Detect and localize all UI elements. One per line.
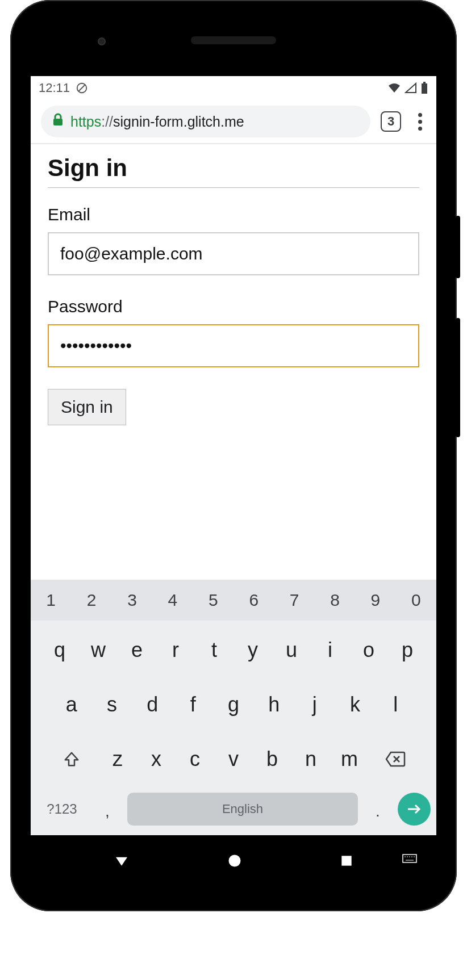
- enter-key[interactable]: [398, 793, 431, 826]
- cellular-signal-icon: [405, 82, 417, 94]
- tab-count-label: 3: [387, 114, 394, 129]
- key-0[interactable]: 0: [396, 580, 436, 621]
- key-7[interactable]: 7: [274, 580, 314, 621]
- key-s[interactable]: s: [94, 680, 130, 730]
- nav-keyboard-switcher-icon[interactable]: [402, 854, 417, 868]
- svg-line-1: [79, 85, 85, 91]
- key-i[interactable]: i: [313, 625, 347, 675]
- key-9[interactable]: 9: [355, 580, 395, 621]
- android-nav-bar: [31, 841, 436, 881]
- nav-back-button[interactable]: [113, 852, 130, 869]
- key-t[interactable]: t: [197, 625, 231, 675]
- tab-switcher-button[interactable]: 3: [381, 111, 401, 132]
- address-bar[interactable]: https://signin-form.glitch.me: [41, 106, 370, 137]
- svg-rect-10: [403, 855, 416, 862]
- keyboard-row-1: qwertyuiop: [31, 621, 436, 675]
- phone-bezel: 12:11: [18, 8, 449, 903]
- status-left: 12:11: [39, 81, 88, 95]
- key-h[interactable]: h: [256, 680, 292, 730]
- divider: [48, 187, 419, 188]
- lock-icon: [52, 113, 64, 130]
- browser-toolbar: https://signin-form.glitch.me 3: [31, 100, 436, 144]
- keyboard-bottom-row: ?123 , English .: [31, 784, 436, 831]
- key-l[interactable]: l: [378, 680, 414, 730]
- key-g[interactable]: g: [215, 680, 251, 730]
- password-label: Password: [48, 297, 419, 316]
- key-f[interactable]: f: [175, 680, 211, 730]
- key-4[interactable]: 4: [152, 580, 193, 621]
- url-text: https://signin-form.glitch.me: [70, 114, 244, 130]
- key-2[interactable]: 2: [71, 580, 111, 621]
- menu-dot: [418, 127, 422, 131]
- key-v[interactable]: v: [216, 734, 251, 784]
- key-k[interactable]: k: [337, 680, 373, 730]
- period-key[interactable]: .: [364, 790, 392, 828]
- key-p[interactable]: p: [390, 625, 424, 675]
- key-b[interactable]: b: [255, 734, 289, 784]
- wifi-icon: [387, 82, 401, 94]
- keyboard-number-row: 1234567890: [31, 580, 436, 621]
- shift-key[interactable]: [47, 734, 96, 784]
- email-label: Email: [48, 205, 419, 224]
- status-right: [387, 82, 428, 94]
- key-a[interactable]: a: [53, 680, 89, 730]
- key-x[interactable]: x: [139, 734, 173, 784]
- status-bar: 12:11: [31, 76, 436, 100]
- key-u[interactable]: u: [274, 625, 308, 675]
- svg-rect-4: [53, 119, 62, 125]
- svg-rect-3: [423, 82, 426, 83]
- url-host: signin-form.glitch.me: [113, 114, 244, 129]
- key-r[interactable]: r: [159, 625, 193, 675]
- key-n[interactable]: n: [294, 734, 328, 784]
- svg-rect-2: [422, 83, 427, 94]
- phone-side-button: [456, 318, 460, 437]
- screen: 12:11: [31, 76, 436, 835]
- key-6[interactable]: 6: [234, 580, 274, 621]
- battery-icon: [420, 82, 428, 94]
- sign-in-button[interactable]: Sign in: [48, 389, 126, 425]
- menu-dot: [418, 113, 422, 117]
- key-3[interactable]: 3: [112, 580, 152, 621]
- key-5[interactable]: 5: [193, 580, 234, 621]
- password-field[interactable]: [48, 324, 419, 367]
- svg-point-8: [229, 855, 241, 867]
- key-j[interactable]: j: [297, 680, 332, 730]
- keyboard-row-2: asdfghjkl: [31, 675, 436, 730]
- key-c[interactable]: c: [178, 734, 212, 784]
- key-o[interactable]: o: [352, 625, 386, 675]
- spacebar-key[interactable]: English: [127, 793, 358, 826]
- page-title: Sign in: [48, 154, 419, 182]
- key-q[interactable]: q: [43, 625, 77, 675]
- nav-recents-button[interactable]: [339, 853, 354, 868]
- key-m[interactable]: m: [332, 734, 366, 784]
- do-not-disturb-icon: [76, 82, 88, 94]
- phone-side-button: [456, 216, 460, 278]
- page-content: Sign in Email Password Sign in: [31, 144, 436, 580]
- nav-home-button[interactable]: [227, 853, 243, 869]
- phone-camera: [98, 37, 106, 45]
- svg-rect-9: [341, 856, 351, 865]
- email-field[interactable]: [48, 232, 419, 275]
- browser-menu-button[interactable]: [411, 113, 428, 131]
- comma-key[interactable]: ,: [93, 790, 122, 828]
- symbols-key[interactable]: ?123: [36, 790, 87, 828]
- key-z[interactable]: z: [101, 734, 135, 784]
- key-e[interactable]: e: [120, 625, 154, 675]
- phone-speaker: [191, 36, 276, 44]
- menu-dot: [418, 120, 422, 124]
- key-8[interactable]: 8: [315, 580, 355, 621]
- backspace-key[interactable]: [371, 734, 420, 784]
- key-w[interactable]: w: [81, 625, 115, 675]
- key-1[interactable]: 1: [31, 580, 71, 621]
- key-y[interactable]: y: [236, 625, 270, 675]
- keyboard-row-3: zxcvbnm: [31, 730, 436, 784]
- key-d[interactable]: d: [135, 680, 170, 730]
- soft-keyboard: 1234567890 qwertyuiop asdfghjkl zxcvbnm …: [31, 580, 436, 835]
- phone-frame: 12:11: [10, 0, 457, 911]
- url-scheme: https: [70, 114, 101, 129]
- status-time: 12:11: [39, 81, 70, 95]
- url-separator: ://: [101, 114, 113, 129]
